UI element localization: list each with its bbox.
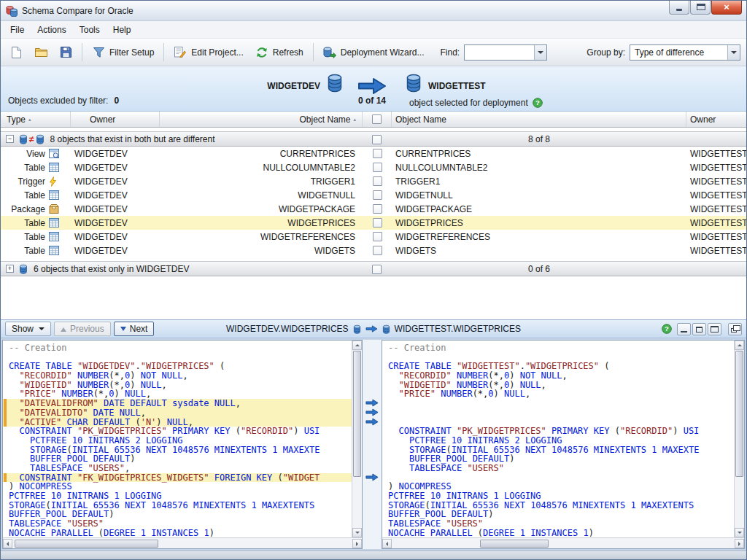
- menu-file[interactable]: File: [4, 22, 31, 38]
- show-label: Show: [12, 324, 34, 334]
- row-checkbox[interactable]: [373, 204, 382, 214]
- find-combobox[interactable]: [464, 44, 547, 61]
- source-object-name: CURRENTPRICES: [160, 149, 363, 159]
- show-menu-button[interactable]: Show: [5, 322, 51, 336]
- table-row[interactable]: TableWIDGETDEVNULLCOLUMNTABLE2NULLCOLUMN…: [1, 160, 746, 174]
- pane-maximize-button[interactable]: [708, 323, 721, 335]
- group-row[interactable]: −≠8 objects that exist in both but are d…: [1, 131, 746, 147]
- svg-text:?: ?: [535, 98, 540, 106]
- table-row[interactable]: ViewWIDGETDEVCURRENTPRICESCURRENTPRICESW…: [1, 147, 746, 160]
- scrollbar-thumb[interactable]: [480, 540, 549, 548]
- column-header-type[interactable]: Type▴: [1, 112, 71, 127]
- type-label: Table: [24, 163, 45, 173]
- find-input[interactable]: [465, 45, 534, 60]
- menu-help[interactable]: Help: [107, 22, 138, 38]
- scroll-right-button[interactable]: [352, 539, 362, 548]
- scroll-down-button[interactable]: [735, 528, 744, 537]
- save-project-button[interactable]: [53, 42, 78, 62]
- column-header-object-source[interactable]: Object Name▴: [160, 112, 363, 127]
- row-checkbox[interactable]: [373, 218, 382, 228]
- close-icon: ×: [712, 1, 741, 12]
- horizontal-scrollbar[interactable]: [382, 537, 744, 548]
- expander-icon[interactable]: −: [6, 135, 14, 143]
- scrollbar-thumb[interactable]: [15, 540, 158, 548]
- column-header-owner-source[interactable]: Owner: [71, 112, 160, 127]
- help-icon[interactable]: ?: [533, 98, 543, 108]
- row-checkbox[interactable]: [373, 246, 382, 255]
- table-row[interactable]: TableWIDGETDEVWIDGETPRICESWIDGETPRICESWI…: [1, 216, 746, 230]
- sql-pane-target[interactable]: -- CreationCREATE TABLE "WIDGETTEST"."WI…: [382, 340, 745, 549]
- scrollbar-thumb[interactable]: [353, 351, 361, 477]
- row-checkbox[interactable]: [373, 190, 382, 200]
- menu-actions[interactable]: Actions: [31, 22, 72, 38]
- target-db-icon: [405, 73, 422, 95]
- minimize-icon: [676, 9, 682, 11]
- group-checkbox[interactable]: [372, 265, 382, 274]
- edit-project-button[interactable]: Edit Project...: [168, 42, 249, 62]
- row-checkbox[interactable]: [373, 176, 382, 186]
- group-row[interactable]: +6 objects that exist only in WIDGETDEV0…: [1, 261, 746, 276]
- close-button[interactable]: ×: [711, 1, 742, 15]
- pane-restore-button[interactable]: [692, 323, 706, 335]
- type-label: Trigger: [18, 176, 45, 187]
- source-object-name: WIDGETPRICES: [160, 218, 363, 228]
- menu-tools[interactable]: Tools: [73, 22, 107, 38]
- sql-code-source: -- CreationCREATE TABLE "WIDGETDEV"."WID…: [3, 341, 352, 537]
- table-row[interactable]: TableWIDGETDEVWIDGETNULLWIDGETNULLWIDGET…: [1, 188, 746, 202]
- scroll-down-button[interactable]: [352, 528, 362, 537]
- pane-restore-icon: [696, 327, 703, 332]
- pane-minimize-button[interactable]: [677, 323, 691, 335]
- scroll-left-button[interactable]: [382, 539, 392, 548]
- target-owner: WIDGETTEST: [686, 246, 746, 256]
- column-header-selection[interactable]: [363, 112, 392, 127]
- row-checkbox[interactable]: [373, 149, 382, 158]
- vertical-scrollbar[interactable]: [352, 341, 362, 537]
- copy-to-target-arrow-icon[interactable]: [365, 473, 379, 483]
- minimize-button[interactable]: [669, 1, 689, 15]
- open-project-button[interactable]: [28, 42, 53, 62]
- table-row[interactable]: TableWIDGETDEVWIDGETSWIDGETSWIDGETTEST: [1, 244, 746, 257]
- expander-icon[interactable]: +: [6, 265, 14, 273]
- row-type: Table: [1, 218, 71, 228]
- table-icon: [49, 218, 59, 228]
- filter-setup-button[interactable]: Filter Setup: [86, 42, 160, 62]
- copy-to-target-arrow-icon[interactable]: [365, 418, 379, 428]
- group-by-select[interactable]: Type of difference: [630, 44, 740, 61]
- scroll-up-button[interactable]: [352, 341, 362, 350]
- maximize-button[interactable]: [690, 1, 711, 15]
- diff-help-icon[interactable]: ?: [662, 324, 672, 334]
- group-checkbox[interactable]: [372, 135, 382, 144]
- row-checkbox[interactable]: [373, 232, 382, 241]
- scroll-left-button[interactable]: [3, 539, 12, 548]
- table-row[interactable]: TriggerWIDGETDEVTRIGGER1TRIGGER1WIDGETTE…: [1, 174, 746, 188]
- previous-difference-button[interactable]: Previous: [54, 322, 111, 336]
- new-project-button[interactable]: [4, 42, 28, 62]
- sql-pane-source[interactable]: -- CreationCREATE TABLE "WIDGETDEV"."WID…: [2, 340, 363, 549]
- vertical-scrollbar[interactable]: [734, 341, 744, 537]
- next-difference-button[interactable]: Next: [114, 322, 155, 336]
- find-dropdown-button[interactable]: [534, 45, 546, 60]
- scroll-right-button[interactable]: [735, 539, 744, 548]
- column-header-owner-target[interactable]: Owner: [686, 112, 746, 127]
- code-line: [382, 408, 734, 418]
- scrollbar-thumb[interactable]: [735, 351, 743, 477]
- type-label: Table: [24, 218, 45, 228]
- scroll-up-button[interactable]: [735, 341, 744, 350]
- table-row[interactable]: PackageWIDGETDEVWIDGETPACKAGEWIDGETPACKA…: [1, 202, 746, 216]
- sort-ascending-icon: ▴: [28, 117, 31, 122]
- save-icon: [59, 46, 72, 58]
- column-header-object-target[interactable]: Object Name: [392, 112, 686, 127]
- target-owner: WIDGETTEST: [686, 190, 746, 201]
- target-object-name: WIDGETPRICES: [392, 218, 686, 228]
- deployment-wizard-button[interactable]: Deployment Wizard...: [317, 42, 430, 62]
- pane-float-button[interactable]: [728, 323, 742, 335]
- source-db-name: WIDGETDEV: [231, 81, 320, 91]
- refresh-button[interactable]: Refresh: [249, 42, 309, 62]
- horizontal-scrollbar[interactable]: [3, 537, 362, 548]
- column-header-object-label: Object Name: [395, 114, 446, 125]
- table-row[interactable]: TableWIDGETDEVWIDGETREFERENCESWIDGETREFE…: [1, 230, 746, 244]
- row-type: Table: [1, 190, 71, 201]
- group-by-dropdown-button[interactable]: [727, 45, 740, 60]
- row-checkbox[interactable]: [373, 163, 382, 172]
- select-all-checkbox[interactable]: [372, 114, 382, 124]
